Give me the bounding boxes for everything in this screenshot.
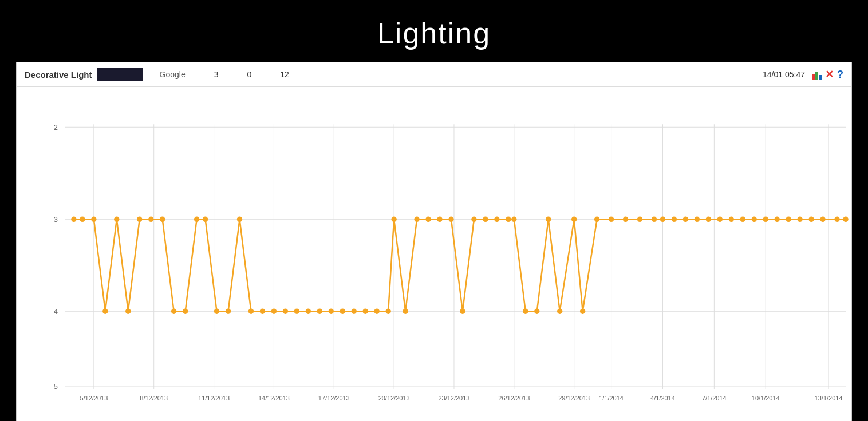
svg-point-50 xyxy=(226,309,231,313)
svg-text:29/12/2013: 29/12/2013 xyxy=(558,395,590,402)
svg-point-84 xyxy=(609,217,614,221)
svg-point-37 xyxy=(80,217,85,221)
svg-text:4/1/2014: 4/1/2014 xyxy=(650,395,675,402)
svg-point-89 xyxy=(672,217,676,221)
svg-point-73 xyxy=(483,217,488,221)
page-header: Lighting xyxy=(0,0,868,62)
svg-point-101 xyxy=(809,217,814,221)
svg-point-60 xyxy=(340,309,345,313)
svg-point-71 xyxy=(460,309,465,313)
svg-point-86 xyxy=(638,217,642,221)
svg-text:11/12/2013: 11/12/2013 xyxy=(198,395,230,402)
svg-point-85 xyxy=(624,217,628,221)
chart-timestamp: 14/01 05:47 xyxy=(763,70,805,79)
svg-point-56 xyxy=(294,309,299,313)
svg-text:13/1/2014: 13/1/2014 xyxy=(815,395,843,402)
svg-point-102 xyxy=(820,217,825,221)
svg-point-47 xyxy=(195,217,199,221)
page-title: Lighting xyxy=(0,16,868,50)
svg-point-70 xyxy=(449,217,453,221)
svg-point-57 xyxy=(306,309,310,313)
svg-point-104 xyxy=(843,217,848,221)
svg-point-103 xyxy=(835,217,839,221)
svg-point-46 xyxy=(183,309,188,313)
svg-point-78 xyxy=(535,309,539,313)
svg-point-43 xyxy=(149,217,153,221)
svg-point-52 xyxy=(248,309,253,313)
svg-point-61 xyxy=(352,309,356,313)
chart-num2: 0 xyxy=(247,70,251,79)
svg-point-58 xyxy=(317,309,322,313)
svg-point-80 xyxy=(558,309,562,313)
svg-point-63 xyxy=(374,309,379,313)
svg-point-40 xyxy=(115,217,119,221)
svg-point-69 xyxy=(437,217,442,221)
chart-num1: 3 xyxy=(214,70,219,79)
chart-body: 2 3 4 5 5/12/2013 8/12/2013 11/12/2013 1… xyxy=(17,87,851,421)
svg-point-44 xyxy=(160,217,165,221)
svg-point-93 xyxy=(717,217,722,221)
svg-point-91 xyxy=(695,217,699,221)
chart-header: Decorative Light Google 3 0 12 14/01 05:… xyxy=(17,62,851,87)
svg-point-94 xyxy=(729,217,733,221)
svg-point-87 xyxy=(652,217,656,221)
svg-text:3: 3 xyxy=(54,215,58,224)
svg-point-39 xyxy=(103,309,108,313)
svg-text:7/1/2014: 7/1/2014 xyxy=(702,395,727,402)
svg-point-62 xyxy=(363,309,368,313)
svg-point-38 xyxy=(92,217,96,221)
svg-point-99 xyxy=(786,217,791,221)
chart-actions: ✕ ? xyxy=(812,68,843,81)
svg-point-49 xyxy=(215,309,219,313)
chart-label: Decorative Light xyxy=(25,70,92,80)
svg-point-64 xyxy=(386,309,390,313)
chart-num3: 12 xyxy=(280,70,289,79)
svg-point-82 xyxy=(581,309,585,313)
svg-text:26/12/2013: 26/12/2013 xyxy=(498,395,530,402)
svg-point-90 xyxy=(683,217,688,221)
svg-point-83 xyxy=(595,217,599,221)
chart-container: Decorative Light Google 3 0 12 14/01 05:… xyxy=(16,62,852,421)
svg-point-74 xyxy=(495,217,499,221)
svg-point-79 xyxy=(546,217,551,221)
bar-chart-icon[interactable] xyxy=(812,69,822,80)
svg-text:23/12/2013: 23/12/2013 xyxy=(439,395,470,402)
chart-dots xyxy=(72,217,848,313)
svg-point-92 xyxy=(706,217,711,221)
chart-line xyxy=(74,219,846,311)
svg-text:5: 5 xyxy=(54,382,58,391)
svg-text:14/12/2013: 14/12/2013 xyxy=(258,395,290,402)
svg-text:1/1/2014: 1/1/2014 xyxy=(599,395,624,402)
svg-text:17/12/2013: 17/12/2013 xyxy=(318,395,350,402)
svg-point-54 xyxy=(271,309,276,313)
chart-source: Google xyxy=(160,70,186,79)
svg-point-45 xyxy=(172,309,176,313)
svg-point-100 xyxy=(798,217,802,221)
svg-point-53 xyxy=(260,309,265,313)
svg-point-42 xyxy=(137,217,142,221)
svg-point-72 xyxy=(472,217,476,221)
svg-text:4: 4 xyxy=(54,307,58,316)
svg-point-36 xyxy=(72,217,76,221)
svg-text:8/12/2013: 8/12/2013 xyxy=(140,395,168,402)
svg-point-95 xyxy=(740,217,745,221)
svg-point-76 xyxy=(512,217,516,221)
svg-point-96 xyxy=(752,217,756,221)
svg-point-77 xyxy=(523,309,528,313)
svg-point-59 xyxy=(329,309,333,313)
svg-point-51 xyxy=(238,217,242,221)
svg-text:5/12/2013: 5/12/2013 xyxy=(80,395,108,402)
svg-point-55 xyxy=(283,309,287,313)
svg-point-67 xyxy=(415,217,419,221)
svg-text:2: 2 xyxy=(54,123,58,132)
close-icon[interactable]: ✕ xyxy=(825,68,834,81)
chart-svg: 2 3 4 5 5/12/2013 8/12/2013 11/12/2013 1… xyxy=(40,93,851,415)
chart-color-swatch xyxy=(97,68,143,81)
svg-point-48 xyxy=(203,217,208,221)
svg-point-68 xyxy=(426,217,431,221)
help-icon[interactable]: ? xyxy=(837,69,843,81)
svg-point-75 xyxy=(506,217,511,221)
svg-point-65 xyxy=(392,217,396,221)
svg-text:10/1/2014: 10/1/2014 xyxy=(752,395,780,402)
svg-point-98 xyxy=(775,217,779,221)
